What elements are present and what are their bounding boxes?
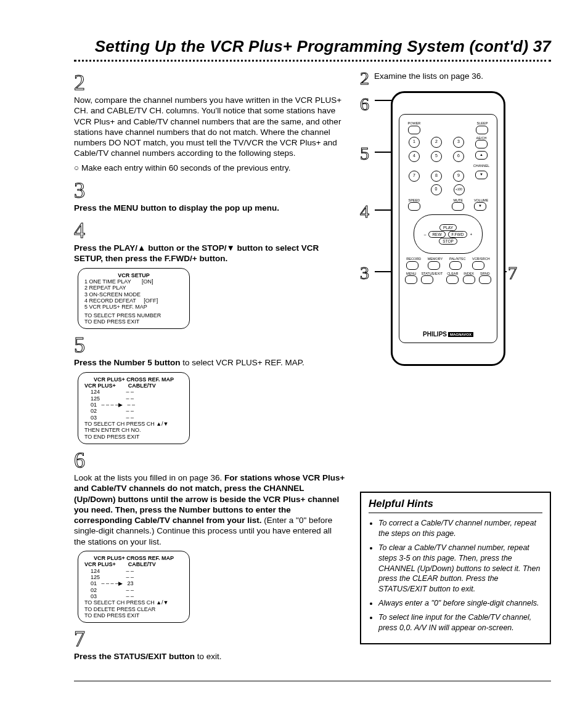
- number-4-button[interactable]: 4: [409, 151, 420, 162]
- volume-down-button[interactable]: ▼: [474, 202, 486, 211]
- sleep-button[interactable]: [476, 126, 488, 134]
- screen3-sub: VCR PLUS+ CABLE/TV: [84, 561, 183, 567]
- palntsc-label: PAL/NTSC: [449, 258, 466, 261]
- helpful-hints-box: Helpful Hints To correct a Cable/TV chan…: [360, 492, 551, 644]
- channel-up-button[interactable]: ▲: [475, 151, 488, 160]
- ref-map-screen-1: VCR PLUS+ CROSS REF. MAP VCR PLUS+ CABLE…: [78, 372, 190, 444]
- number-9-button[interactable]: 9: [453, 171, 464, 182]
- stop-button[interactable]: STOP: [439, 238, 457, 245]
- right-step-2: 2 Examine the lists on page 36.: [360, 69, 551, 87]
- callout-3: 3: [360, 262, 369, 283]
- screen3-footer2: TO DELETE PRESS CLEAR: [84, 606, 183, 612]
- play-button[interactable]: PLAY: [439, 224, 457, 231]
- screen2-line5: 03 – –: [84, 415, 183, 421]
- remote-button-panel: POWER SLEEP 1 2 3: [399, 114, 497, 343]
- record-label: RECORD: [406, 258, 421, 261]
- vcrsrch-button[interactable]: [472, 261, 484, 270]
- status-exit-button[interactable]: [421, 275, 433, 284]
- step-6-number: 6: [74, 449, 85, 471]
- screen2-line1: 124 – –: [84, 389, 183, 395]
- number-1-button[interactable]: 1: [409, 137, 420, 148]
- screen1-footer2: TO END PRESS EXIT: [84, 318, 183, 325]
- ffwd-button[interactable]: F.FWD: [448, 231, 468, 238]
- screen2-line2: 125 – –: [84, 395, 183, 402]
- screen2-line3: 01 – – – –▶ – –: [84, 402, 183, 408]
- number-0-button[interactable]: 0: [431, 184, 442, 195]
- screen3-line1: 124 – –: [84, 568, 183, 574]
- title-divider: [74, 60, 551, 62]
- footer-divider: [74, 681, 551, 681]
- screen3-line2: 125 – –: [84, 574, 183, 580]
- hint-4: To select line input for the Cable/TV ch…: [378, 612, 542, 633]
- screen3-line3: 01 – – – –▶ 23: [84, 580, 183, 586]
- index-button[interactable]: [463, 275, 475, 284]
- number-5-button[interactable]: 5: [431, 151, 442, 162]
- palntsc-button[interactable]: [449, 261, 462, 270]
- hints-title: Helpful Hints: [369, 498, 542, 513]
- power-label: POWER: [408, 122, 421, 126]
- screen1-line1: 1 ONE TIME PLAY [ON]: [84, 278, 183, 285]
- mute-button[interactable]: [452, 202, 464, 211]
- step-3-text: Press the MENU button to display the pop…: [74, 203, 345, 213]
- step-4-text: Press the PLAY/▲ button or the STOP/▼ bu…: [74, 243, 345, 264]
- left-column: 2 Now, compare the channel numbers you h…: [74, 69, 345, 666]
- brand-philips: PHILIPS: [423, 331, 447, 338]
- screen3-header: VCR PLUS+ CROSS REF. MAP: [84, 555, 183, 561]
- status-exit-label: STATUS/EXIT: [421, 272, 443, 276]
- speed-label: SPEED: [408, 199, 420, 203]
- callout-7: 7: [508, 262, 517, 283]
- remote-outline: POWER SLEEP 1 2 3: [391, 91, 505, 366]
- number-6-button[interactable]: 6: [453, 151, 464, 162]
- mute-label: MUTE: [452, 199, 464, 203]
- clear-button[interactable]: [446, 275, 459, 284]
- number-8-button[interactable]: 8: [431, 171, 442, 182]
- screen2-line4: 02 – –: [84, 408, 183, 414]
- screen2-sub: VCR PLUS+ CABLE/TV: [84, 383, 183, 389]
- spacer: [360, 375, 551, 485]
- right-step-2-text: Examine the lists on page 36.: [374, 69, 483, 81]
- step-6-intro: Look at the lists you filled in on page …: [74, 473, 224, 482]
- number-7-button[interactable]: 7: [409, 171, 420, 182]
- hint-2: To clear a Cable/TV channel number, repe…: [378, 543, 542, 594]
- menu-label: MENU: [405, 272, 417, 276]
- hints-list: To correct a Cable/TV channel number, re…: [369, 518, 542, 633]
- ref-map-screen-2: VCR PLUS+ CROSS REF. MAP VCR PLUS+ CABLE…: [78, 551, 190, 623]
- screen1-line5: 5 VCR PLUS+ REF. MAP: [84, 304, 183, 310]
- page-title: Setting Up the VCR Plus+ Programming Sys…: [74, 37, 551, 56]
- power-button[interactable]: [408, 126, 420, 134]
- step-4-number: 4: [74, 219, 85, 241]
- screen1-header: VCR SETUP: [84, 272, 183, 278]
- number-3-button[interactable]: 3: [453, 137, 464, 148]
- callout-6: 6: [360, 94, 369, 115]
- step-2-number: 2: [74, 71, 85, 94]
- plus-100-button[interactable]: +100: [454, 184, 465, 195]
- rew-button[interactable]: REW: [428, 231, 445, 238]
- memory-button[interactable]: [428, 261, 440, 270]
- number-2-button[interactable]: 2: [431, 137, 442, 148]
- right-column: 2 Examine the lists on page 36. 6 5 4 3 …: [360, 69, 551, 666]
- index-label: INDEX: [463, 272, 475, 276]
- aech-button[interactable]: [475, 140, 488, 148]
- hint-1: To correct a Cable/TV channel number, re…: [378, 518, 542, 539]
- screen1-line3: 3 ON-SCREEN MODE: [84, 291, 183, 298]
- step-5-bold: Press the Number 5 button: [74, 358, 181, 367]
- step-7-rest: to exit.: [195, 652, 222, 661]
- record-button[interactable]: [406, 261, 419, 270]
- volume-label: VOLUME: [474, 199, 488, 203]
- screen1-footer1: TO SELECT PRESS NUMBER: [84, 312, 183, 318]
- srnd-button[interactable]: [479, 275, 491, 284]
- step-7-text: Press the STATUS/EXIT button to exit.: [74, 651, 345, 662]
- menu-button[interactable]: [405, 275, 417, 284]
- memory-label: MEMORY: [428, 258, 443, 261]
- manual-page: Setting Up the VCR Plus+ Programming Sys…: [0, 0, 588, 706]
- transport-cluster: PLAY – REW F.FWD + STOP: [414, 214, 483, 254]
- screen3-footer1: TO SELECT CH PRESS CH ▲/▼: [84, 599, 183, 606]
- screen3-footer3: TO END PRESS EXIT: [84, 612, 183, 619]
- vcrsrch-label: VCR/SRCH: [472, 258, 490, 261]
- brand-magnavox: MAGNAVOX: [448, 332, 473, 337]
- screen1-line2: 2 REPEAT PLAY: [84, 285, 183, 291]
- channel-label: CHANNEL: [403, 164, 489, 168]
- speed-button[interactable]: [408, 202, 420, 211]
- screen3-line4: 02 – –: [84, 587, 183, 593]
- channel-down-button[interactable]: ▼: [475, 171, 488, 179]
